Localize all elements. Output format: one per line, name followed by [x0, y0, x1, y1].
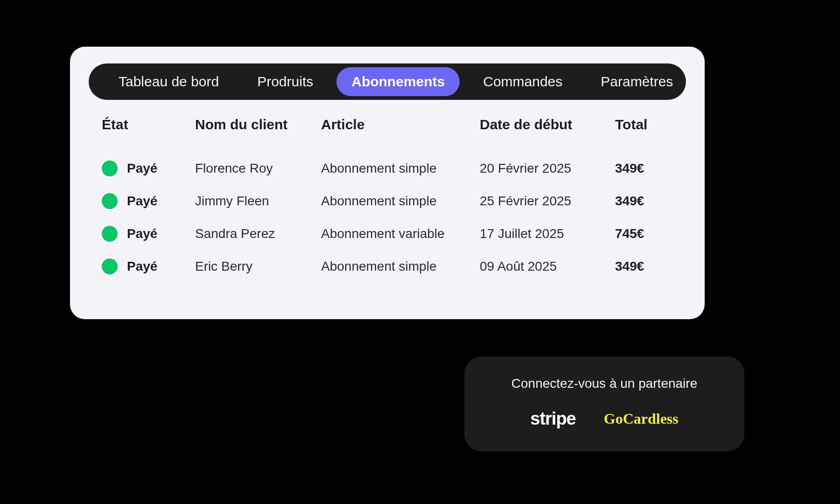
- main-card: Tableau de bord Prodruits Abonnements Co…: [70, 47, 705, 319]
- table-row[interactable]: Payé Eric Berry Abonnement simple 09 Aoû…: [102, 259, 673, 274]
- client-name: Florence Roy: [195, 161, 321, 176]
- nav-commandes[interactable]: Commandes: [468, 67, 577, 96]
- status-dot-icon: [102, 259, 118, 274]
- article: Abonnement simple: [321, 161, 480, 176]
- total: 745€: [615, 226, 680, 241]
- start-date: 17 Juillet 2025: [480, 226, 615, 241]
- nav-prodruits[interactable]: Prodruits: [242, 67, 328, 96]
- status-cell: Payé: [102, 259, 195, 274]
- start-date: 09 Août 2025: [480, 259, 615, 274]
- partner-connect-box: Connectez-vous à un partenaire stripe Go…: [464, 357, 744, 451]
- status-cell: Payé: [102, 161, 195, 176]
- article: Abonnement simple: [321, 194, 480, 209]
- status-dot-icon: [102, 193, 118, 209]
- start-date: 20 Février 2025: [480, 161, 615, 176]
- nav-abonnements[interactable]: Abonnements: [336, 67, 460, 96]
- table-row[interactable]: Payé Florence Roy Abonnement simple 20 F…: [102, 161, 673, 176]
- total: 349€: [615, 161, 680, 176]
- client-name: Eric Berry: [195, 259, 321, 274]
- status-text: Payé: [127, 194, 157, 209]
- header-total: Total: [615, 117, 680, 133]
- subscriptions-table: État Nom du client Article Date de début…: [89, 117, 686, 274]
- status-dot-icon: [102, 161, 118, 176]
- total: 349€: [615, 259, 680, 274]
- start-date: 25 Février 2025: [480, 194, 615, 209]
- header-status: État: [102, 117, 195, 133]
- partner-logos: stripe GoCardless: [487, 409, 722, 429]
- total: 349€: [615, 194, 680, 209]
- partner-title: Connectez-vous à un partenaire: [487, 376, 722, 391]
- status-dot-icon: [102, 226, 118, 242]
- article: Abonnement variable: [321, 226, 480, 241]
- table-row[interactable]: Payé Jimmy Fleen Abonnement simple 25 Fé…: [102, 193, 673, 209]
- status-text: Payé: [127, 161, 157, 176]
- status-cell: Payé: [102, 226, 195, 242]
- table-row[interactable]: Payé Sandra Perez Abonnement variable 17…: [102, 226, 673, 242]
- status-text: Payé: [127, 226, 157, 241]
- client-name: Jimmy Fleen: [195, 194, 321, 209]
- table-header-row: État Nom du client Article Date de début…: [102, 117, 673, 133]
- gocardless-logo[interactable]: GoCardless: [604, 410, 679, 427]
- status-cell: Payé: [102, 193, 195, 209]
- navbar: Tableau de bord Prodruits Abonnements Co…: [89, 63, 686, 100]
- nav-tableau-de-bord[interactable]: Tableau de bord: [104, 67, 234, 96]
- article: Abonnement simple: [321, 259, 480, 274]
- status-text: Payé: [127, 259, 157, 274]
- header-client: Nom du client: [195, 117, 321, 133]
- client-name: Sandra Perez: [195, 226, 321, 241]
- header-article: Article: [321, 117, 480, 133]
- stripe-logo[interactable]: stripe: [530, 409, 575, 429]
- nav-parametres[interactable]: Paramètres: [586, 67, 688, 96]
- header-start-date: Date de début: [480, 117, 615, 133]
